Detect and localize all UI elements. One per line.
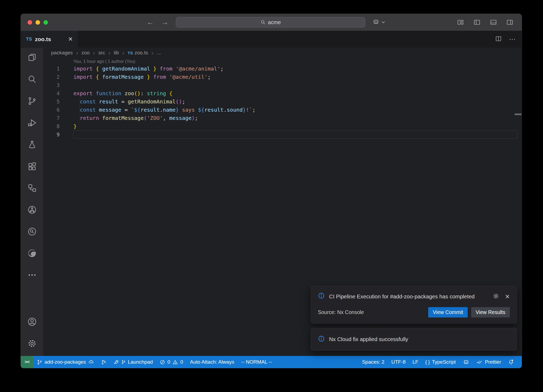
- accounts-icon[interactable]: [27, 317, 37, 327]
- problems-item[interactable]: 0 0: [156, 356, 186, 368]
- git-branch-item[interactable]: add-zoo-packages: [33, 356, 98, 368]
- vscode-window: ← → acme: [21, 14, 522, 368]
- run-debug-icon[interactable]: [27, 118, 37, 128]
- copilot-icon: [372, 19, 380, 26]
- breadcrumb-separator: ›: [122, 50, 124, 56]
- commit-graph-item[interactable]: [98, 356, 110, 368]
- minimize-button[interactable]: [36, 20, 40, 25]
- breadcrumb-separator: ›: [151, 50, 153, 56]
- errors-count: 0: [167, 359, 170, 365]
- braces-icon: { }: [425, 359, 430, 365]
- vim-mode-item[interactable]: -- NORMAL --: [238, 356, 275, 368]
- explorer-icon[interactable]: [27, 53, 37, 63]
- chevron-down-icon: [381, 20, 385, 25]
- notification-toast-ci-pipeline: CI Pipeline Execution for #add-zoo-packa…: [311, 286, 517, 324]
- view-commit-button[interactable]: View Commit: [428, 307, 468, 317]
- code-line: 5 const result = getRandomAnimal();: [43, 98, 522, 106]
- additional-views-icon[interactable]: [27, 270, 37, 280]
- breadcrumb[interactable]: packages›zoo›src›lib›TSzoo.ts›...: [43, 48, 522, 58]
- info-icon: [318, 292, 325, 300]
- line-number: 7: [43, 114, 60, 122]
- encoding-item[interactable]: UTF-8: [388, 356, 409, 368]
- notification-toast-nx-cloud: Nx Cloud fix applied successfully: [311, 328, 517, 351]
- settings-gear-icon[interactable]: [27, 338, 37, 349]
- notifications-bell-item[interactable]: [505, 356, 518, 368]
- remote-icon: ><: [25, 359, 29, 365]
- breadcrumb-item[interactable]: ...: [157, 50, 161, 56]
- copilot-icon: [463, 359, 470, 365]
- code-line: 8}: [43, 122, 522, 130]
- code-line: 9: [43, 130, 522, 139]
- edge-devtools-icon[interactable]: [27, 248, 37, 258]
- tab-bar: TS zoo.ts ✕ ⋯: [21, 31, 522, 48]
- warnings-icon: [172, 359, 178, 365]
- auto-attach-label: Auto Attach: Always: [190, 359, 234, 365]
- code-line: 3: [43, 81, 522, 89]
- breadcrumb-separator: ›: [108, 50, 110, 56]
- toggle-panel-icon[interactable]: [488, 17, 498, 27]
- breadcrumb-item[interactable]: src: [98, 50, 105, 56]
- launchpad-item[interactable]: Launchpad: [110, 356, 156, 368]
- breadcrumb-item[interactable]: TSzoo.ts: [128, 50, 148, 56]
- breadcrumb-item[interactable]: packages: [51, 50, 73, 56]
- status-bar: >< add-zoo-packages: [21, 356, 522, 368]
- copilot-status-item[interactable]: [459, 356, 473, 368]
- tab-zoo-ts[interactable]: TS zoo.ts ✕: [21, 31, 78, 48]
- language-mode-item[interactable]: { } TypeScript: [422, 356, 459, 368]
- eol-label: LF: [413, 359, 418, 365]
- code-line: 6 const message = `${result.name} says $…: [43, 106, 522, 114]
- formatter-item[interactable]: Prettier: [473, 356, 505, 368]
- view-results-button[interactable]: View Results: [471, 307, 510, 317]
- tab-close-icon[interactable]: ✕: [68, 36, 73, 43]
- notification-source: Source: Nx Console: [318, 309, 364, 315]
- testing-icon[interactable]: [27, 140, 37, 150]
- copilot-menu-button[interactable]: [372, 19, 385, 26]
- overview-ruler-mark: [515, 114, 522, 115]
- command-center-query: acme: [268, 19, 281, 25]
- bell-icon: [508, 359, 514, 365]
- rocket-icon: [113, 359, 119, 365]
- line-number: 3: [43, 81, 60, 89]
- back-button[interactable]: ←: [147, 19, 154, 26]
- tab-title: zoo.ts: [35, 36, 51, 42]
- notification-settings-gear-icon[interactable]: [493, 293, 499, 300]
- git-branch-icon: [37, 359, 42, 365]
- extensions-icon[interactable]: [27, 161, 37, 171]
- breadcrumb-item[interactable]: lib: [114, 50, 119, 56]
- line-number: 6: [43, 106, 60, 114]
- breadcrumb-item[interactable]: zoo: [81, 50, 90, 56]
- launchpad-branch-icon: [121, 360, 126, 364]
- code-line: 7 return formatMessage('ZOO', message);: [43, 114, 522, 122]
- forward-button[interactable]: →: [161, 19, 168, 26]
- toggle-primary-sidebar-icon[interactable]: [472, 17, 482, 27]
- notification-message: Nx Cloud fix applied successfully: [329, 335, 408, 343]
- editor-more-actions-icon[interactable]: ⋯: [509, 36, 516, 43]
- line-number: 2: [43, 73, 60, 81]
- line-number: 5: [43, 98, 60, 106]
- source-control-icon[interactable]: [27, 96, 37, 106]
- toggle-secondary-sidebar-icon[interactable]: [505, 17, 515, 27]
- close-button[interactable]: [28, 20, 32, 25]
- formatter-label: Prettier: [485, 359, 501, 365]
- nx-console-icon[interactable]: [27, 183, 37, 193]
- encoding-label: UTF-8: [391, 359, 406, 365]
- remote-indicator[interactable]: ><: [21, 356, 33, 368]
- eol-item[interactable]: LF: [409, 356, 422, 368]
- command-center-search[interactable]: acme: [176, 17, 365, 28]
- vim-mode-label: -- NORMAL --: [241, 359, 272, 365]
- search-sidebar-icon[interactable]: [27, 74, 37, 84]
- git-branch-label: add-zoo-packages: [45, 359, 86, 365]
- window-controls: [28, 20, 48, 25]
- customize-layout-icon[interactable]: [456, 17, 466, 27]
- line-number: 1: [43, 65, 60, 73]
- indentation-item[interactable]: Spaces: 2: [358, 356, 388, 368]
- gitlens-inspect-icon[interactable]: [27, 227, 37, 237]
- line-number: 9: [43, 130, 60, 139]
- errors-icon: [160, 359, 165, 365]
- code-line: 4export function zoo(): string {: [43, 89, 522, 98]
- notification-close-icon[interactable]: ✕: [505, 293, 510, 300]
- auto-attach-item[interactable]: Auto Attach: Always: [187, 356, 238, 368]
- split-editor-icon[interactable]: [495, 36, 502, 43]
- zoom-button[interactable]: [43, 20, 48, 25]
- gitlens-icon[interactable]: [27, 205, 37, 215]
